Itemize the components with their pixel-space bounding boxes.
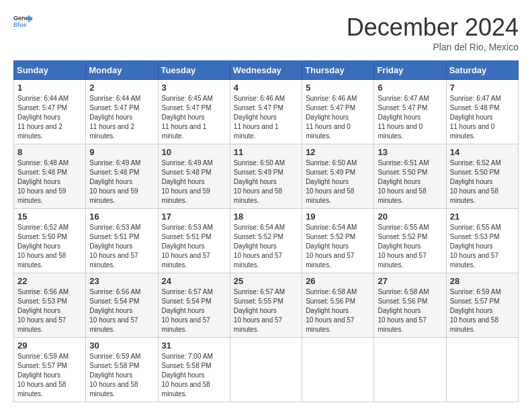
calendar-cell: 5Sunrise: 6:46 AMSunset: 5:47 PMDaylight… [302, 80, 374, 144]
calendar-cell: 14Sunrise: 6:52 AMSunset: 5:50 PMDayligh… [446, 144, 518, 209]
day-info: Sunrise: 6:57 AMSunset: 5:54 PMDaylight … [162, 287, 226, 334]
day-number: 7 [450, 83, 515, 93]
day-number: 12 [306, 147, 370, 157]
weekday-header-monday: Monday [86, 61, 158, 80]
day-info: Sunrise: 6:52 AMSunset: 5:50 PMDaylight … [450, 158, 515, 205]
calendar-cell: 24Sunrise: 6:57 AMSunset: 5:54 PMDayligh… [158, 273, 230, 338]
calendar-cell: 10Sunrise: 6:49 AMSunset: 5:48 PMDayligh… [158, 144, 230, 209]
weekday-header-sunday: Sunday [14, 61, 86, 80]
day-number: 8 [17, 147, 82, 157]
day-info: Sunrise: 6:54 AMSunset: 5:52 PMDaylight … [306, 223, 370, 270]
day-info: Sunrise: 6:49 AMSunset: 5:48 PMDaylight … [89, 158, 154, 205]
day-number: 5 [306, 83, 370, 93]
calendar-cell: 22Sunrise: 6:56 AMSunset: 5:53 PMDayligh… [14, 273, 86, 338]
day-number: 4 [234, 83, 298, 93]
day-number: 30 [89, 340, 154, 351]
day-info: Sunrise: 6:55 AMSunset: 5:52 PMDaylight … [378, 223, 442, 270]
day-info: Sunrise: 6:56 AMSunset: 5:53 PMDaylight … [17, 287, 82, 334]
day-info: Sunrise: 6:44 AMSunset: 5:47 PMDaylight … [89, 94, 154, 141]
calendar-cell [374, 338, 446, 402]
weekday-header-wednesday: Wednesday [230, 61, 302, 80]
day-info: Sunrise: 6:50 AMSunset: 5:49 PMDaylight … [234, 158, 298, 205]
weekday-header-thursday: Thursday [302, 61, 374, 80]
day-info: Sunrise: 6:47 AMSunset: 5:47 PMDaylight … [378, 94, 442, 141]
calendar-cell: 18Sunrise: 6:54 AMSunset: 5:52 PMDayligh… [230, 209, 302, 273]
day-info: Sunrise: 6:46 AMSunset: 5:47 PMDaylight … [234, 94, 298, 141]
day-info: Sunrise: 6:55 AMSunset: 5:53 PMDaylight … [450, 223, 515, 270]
weekday-header-tuesday: Tuesday [158, 61, 230, 80]
day-number: 26 [306, 276, 370, 286]
day-number: 29 [17, 340, 82, 351]
day-info: Sunrise: 6:59 AMSunset: 5:57 PMDaylight … [17, 352, 82, 399]
calendar-cell: 16Sunrise: 6:53 AMSunset: 5:51 PMDayligh… [86, 209, 158, 273]
calendar-cell [302, 338, 374, 402]
day-number: 22 [17, 276, 82, 286]
calendar-cell: 21Sunrise: 6:55 AMSunset: 5:53 PMDayligh… [446, 209, 518, 273]
logo: General Blue [13, 13, 32, 28]
day-info: Sunrise: 6:49 AMSunset: 5:48 PMDaylight … [162, 158, 226, 205]
calendar-cell: 17Sunrise: 6:53 AMSunset: 5:51 PMDayligh… [158, 209, 230, 273]
day-info: Sunrise: 6:58 AMSunset: 5:56 PMDaylight … [306, 287, 370, 334]
day-number: 31 [162, 340, 226, 351]
day-number: 17 [162, 212, 226, 222]
day-info: Sunrise: 6:59 AMSunset: 5:57 PMDaylight … [450, 287, 515, 334]
month-title: December 2024 [347, 13, 519, 42]
calendar-table: SundayMondayTuesdayWednesdayThursdayFrid… [13, 60, 519, 402]
calendar-cell: 29Sunrise: 6:59 AMSunset: 5:57 PMDayligh… [14, 338, 86, 402]
calendar-cell: 9Sunrise: 6:49 AMSunset: 5:48 PMDaylight… [86, 144, 158, 209]
day-number: 6 [378, 83, 442, 93]
day-info: Sunrise: 6:54 AMSunset: 5:52 PMDaylight … [234, 223, 298, 270]
day-number: 2 [89, 83, 154, 93]
day-info: Sunrise: 7:00 AMSunset: 5:58 PMDaylight … [162, 352, 226, 399]
location: Plan del Rio, Mexico [347, 42, 519, 52]
calendar-cell: 30Sunrise: 6:59 AMSunset: 5:58 PMDayligh… [86, 338, 158, 402]
day-number: 3 [162, 83, 226, 93]
weekday-header-saturday: Saturday [446, 61, 518, 80]
calendar-cell [230, 338, 302, 402]
calendar-cell: 11Sunrise: 6:50 AMSunset: 5:49 PMDayligh… [230, 144, 302, 209]
day-info: Sunrise: 6:47 AMSunset: 5:48 PMDaylight … [450, 94, 515, 141]
calendar-cell: 27Sunrise: 6:58 AMSunset: 5:56 PMDayligh… [374, 273, 446, 338]
calendar-cell: 19Sunrise: 6:54 AMSunset: 5:52 PMDayligh… [302, 209, 374, 273]
day-info: Sunrise: 6:44 AMSunset: 5:47 PMDaylight … [17, 94, 82, 141]
day-number: 25 [234, 276, 298, 286]
calendar-cell: 7Sunrise: 6:47 AMSunset: 5:48 PMDaylight… [446, 80, 518, 144]
calendar-cell: 13Sunrise: 6:51 AMSunset: 5:50 PMDayligh… [374, 144, 446, 209]
day-number: 24 [162, 276, 226, 286]
weekday-header-friday: Friday [374, 61, 446, 80]
day-info: Sunrise: 6:50 AMSunset: 5:49 PMDaylight … [306, 158, 370, 205]
calendar-cell: 6Sunrise: 6:47 AMSunset: 5:47 PMDaylight… [374, 80, 446, 144]
calendar-cell: 15Sunrise: 6:52 AMSunset: 5:50 PMDayligh… [14, 209, 86, 273]
day-info: Sunrise: 6:53 AMSunset: 5:51 PMDaylight … [162, 223, 226, 270]
day-info: Sunrise: 6:58 AMSunset: 5:56 PMDaylight … [378, 287, 442, 334]
day-info: Sunrise: 6:48 AMSunset: 5:48 PMDaylight … [17, 158, 82, 205]
calendar-cell [446, 338, 518, 402]
day-number: 1 [17, 83, 82, 93]
day-info: Sunrise: 6:53 AMSunset: 5:51 PMDaylight … [89, 223, 154, 270]
day-number: 21 [450, 212, 515, 222]
day-number: 20 [378, 212, 442, 222]
calendar-cell: 23Sunrise: 6:56 AMSunset: 5:54 PMDayligh… [86, 273, 158, 338]
day-info: Sunrise: 6:56 AMSunset: 5:54 PMDaylight … [89, 287, 154, 334]
day-number: 23 [89, 276, 154, 286]
calendar-cell: 20Sunrise: 6:55 AMSunset: 5:52 PMDayligh… [374, 209, 446, 273]
day-info: Sunrise: 6:52 AMSunset: 5:50 PMDaylight … [17, 223, 82, 270]
calendar-cell: 28Sunrise: 6:59 AMSunset: 5:57 PMDayligh… [446, 273, 518, 338]
calendar-cell: 3Sunrise: 6:45 AMSunset: 5:47 PMDaylight… [158, 80, 230, 144]
calendar-cell: 1Sunrise: 6:44 AMSunset: 5:47 PMDaylight… [14, 80, 86, 144]
svg-text:Blue: Blue [13, 21, 27, 28]
calendar-cell: 26Sunrise: 6:58 AMSunset: 5:56 PMDayligh… [302, 273, 374, 338]
day-number: 18 [234, 212, 298, 222]
day-number: 16 [89, 212, 154, 222]
day-number: 19 [306, 212, 370, 222]
day-info: Sunrise: 6:57 AMSunset: 5:55 PMDaylight … [234, 287, 298, 334]
day-info: Sunrise: 6:45 AMSunset: 5:47 PMDaylight … [162, 94, 226, 141]
calendar-cell: 31Sunrise: 7:00 AMSunset: 5:58 PMDayligh… [158, 338, 230, 402]
day-number: 13 [378, 147, 442, 157]
day-number: 15 [17, 212, 82, 222]
day-number: 14 [450, 147, 515, 157]
day-info: Sunrise: 6:59 AMSunset: 5:58 PMDaylight … [89, 352, 154, 399]
day-number: 28 [450, 276, 515, 286]
day-info: Sunrise: 6:46 AMSunset: 5:47 PMDaylight … [306, 94, 370, 141]
day-number: 27 [378, 276, 442, 286]
